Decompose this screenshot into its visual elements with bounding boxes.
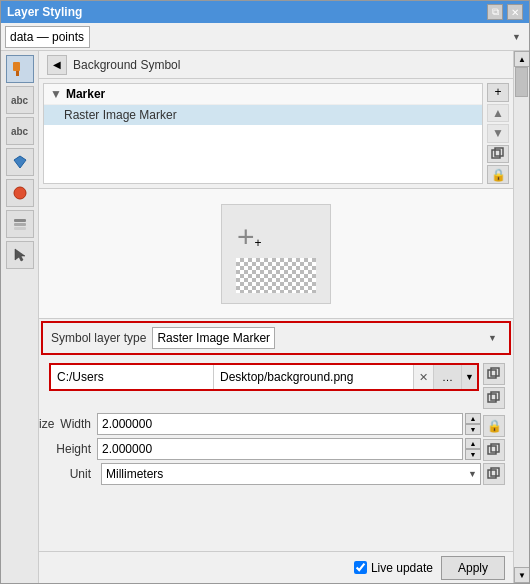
back-button[interactable]: ◀ <box>47 55 67 75</box>
tree-header: ▼ Marker <box>44 84 482 105</box>
svg-rect-5 <box>14 223 26 226</box>
svg-rect-8 <box>492 150 500 158</box>
svg-rect-1 <box>16 71 19 76</box>
unit-row: Unit Millimeters <box>47 463 481 485</box>
file-input-right[interactable] <box>213 365 413 389</box>
size-section-content: Size Width ▲ ▼ <box>47 413 481 485</box>
tree-arrow-icon: ▼ <box>50 87 62 101</box>
svg-marker-7 <box>15 249 25 261</box>
bottom-bar: Live update Apply <box>39 551 513 583</box>
restore-button[interactable]: ⧉ <box>487 4 503 20</box>
svg-rect-10 <box>488 370 496 378</box>
lock-aspect-button[interactable]: 🔒 <box>483 415 505 437</box>
back-symbol-label: Background Symbol <box>73 58 180 72</box>
move-down-button[interactable]: ▼ <box>487 124 509 143</box>
layer-dropdown[interactable]: data — points <box>5 26 90 48</box>
left-toolbar: abc abc <box>1 51 39 583</box>
lock-layer-button[interactable]: 🔒 <box>487 165 509 184</box>
unit-dropdown[interactable]: Millimeters <box>101 463 481 485</box>
symbol-tree: ▼ Marker Raster Image Marker <box>43 83 483 184</box>
symbol-layer-type-label: Symbol layer type <box>51 331 146 345</box>
svg-point-3 <box>14 187 26 199</box>
unit-dropdown-wrapper: Millimeters <box>101 463 481 485</box>
file-input-left[interactable] <box>51 365 213 389</box>
svg-rect-11 <box>491 368 499 376</box>
layer-styling-window: Layer Styling ⧉ ✕ data — points abc abc <box>0 0 530 584</box>
preview-canvas: + <box>221 204 331 304</box>
height-spin-up[interactable]: ▲ <box>465 438 481 449</box>
file-row: ✕ … ▼ <box>49 363 479 391</box>
scroll-up-button[interactable]: ▲ <box>514 51 529 67</box>
main-content: abc abc <box>1 51 529 583</box>
size-main-label: Size <box>39 417 58 431</box>
svg-rect-0 <box>13 62 20 71</box>
height-spin-down[interactable]: ▼ <box>465 449 481 460</box>
move-up-button[interactable]: ▲ <box>487 104 509 123</box>
live-update-checkbox[interactable] <box>354 561 367 574</box>
height-label: Height <box>56 442 91 456</box>
tree-header-label: Marker <box>66 87 105 101</box>
svg-rect-13 <box>491 392 499 400</box>
symbol-layer-type-dropdown[interactable]: Raster Image Marker <box>152 327 275 349</box>
paint-tool-button[interactable] <box>6 55 34 83</box>
file-dropdown-button[interactable]: ▼ <box>461 365 477 389</box>
file-section-content: ✕ … ▼ <box>47 361 481 409</box>
svg-rect-9 <box>495 148 503 156</box>
crosshair-icon: + <box>237 220 262 254</box>
file-browse-button[interactable]: … <box>433 365 461 389</box>
unit-label: Unit <box>70 467 91 481</box>
svg-rect-15 <box>491 444 499 452</box>
svg-rect-16 <box>488 470 496 478</box>
width-action-button[interactable] <box>483 439 505 461</box>
right-scrollbar: ▲ ▼ <box>513 51 529 583</box>
title-bar-buttons: ⧉ ✕ <box>487 4 523 20</box>
width-input[interactable] <box>97 413 463 435</box>
file-action-button-1[interactable] <box>483 363 505 385</box>
width-spinner: ▲ ▼ <box>465 413 481 435</box>
abc-label-button[interactable]: abc <box>6 86 34 114</box>
size-section: Size Width ▲ ▼ <box>47 413 505 485</box>
live-update-row: Live update <box>354 561 433 575</box>
tree-item-raster[interactable]: Raster Image Marker <box>44 105 482 125</box>
svg-rect-14 <box>488 446 496 454</box>
cursor-button[interactable] <box>6 241 34 269</box>
width-label: Width <box>60 417 91 431</box>
height-input-row: ▲ ▼ <box>97 438 481 460</box>
abc2-button[interactable]: abc <box>6 117 34 145</box>
layers-button[interactable] <box>6 210 34 238</box>
scroll-track[interactable] <box>514 67 529 567</box>
checker-pattern <box>236 258 316 293</box>
right-panel: ◀ Background Symbol ▼ Marker Raster Imag… <box>39 51 513 583</box>
params-area: ✕ … ▼ <box>39 357 513 551</box>
width-spin-up[interactable]: ▲ <box>465 413 481 424</box>
add-layer-button[interactable]: + <box>487 83 509 102</box>
size-side-buttons: 🔒 <box>483 413 505 485</box>
live-update-label: Live update <box>371 561 433 575</box>
apply-button[interactable]: Apply <box>441 556 505 580</box>
symbol-tree-area: ▼ Marker Raster Image Marker + ▲ ▼ <box>39 79 513 189</box>
width-spin-down[interactable]: ▼ <box>465 424 481 435</box>
file-side-buttons <box>483 361 505 409</box>
width-row: Size Width ▲ ▼ <box>47 413 481 435</box>
symbol-layer-type-row: Symbol layer type Raster Image Marker <box>41 321 511 355</box>
close-button[interactable]: ✕ <box>507 4 523 20</box>
scroll-thumb[interactable] <box>515 67 528 97</box>
width-input-row: ▲ ▼ <box>97 413 481 435</box>
duplicate-layer-button[interactable] <box>487 145 509 164</box>
scroll-down-button[interactable]: ▼ <box>514 567 529 583</box>
title-bar: Layer Styling ⧉ ✕ <box>1 1 529 23</box>
height-spinner: ▲ ▼ <box>465 438 481 460</box>
file-section: ✕ … ▼ <box>47 361 505 409</box>
file-clear-button[interactable]: ✕ <box>413 365 433 389</box>
symbol-right-buttons: + ▲ ▼ 🔒 <box>487 79 513 188</box>
symbol-layer-type-dropdown-wrapper: Raster Image Marker <box>152 327 501 349</box>
back-symbol-row: ◀ Background Symbol <box>39 51 513 79</box>
height-action-button[interactable] <box>483 463 505 485</box>
file-action-button-2[interactable] <box>483 387 505 409</box>
layer-toolbar-row: data — points <box>1 23 529 51</box>
height-input[interactable] <box>97 438 463 460</box>
gem-button[interactable] <box>6 148 34 176</box>
preview-area: + <box>39 189 513 319</box>
sphere-button[interactable] <box>6 179 34 207</box>
layer-dropdown-wrapper: data — points <box>5 26 525 48</box>
